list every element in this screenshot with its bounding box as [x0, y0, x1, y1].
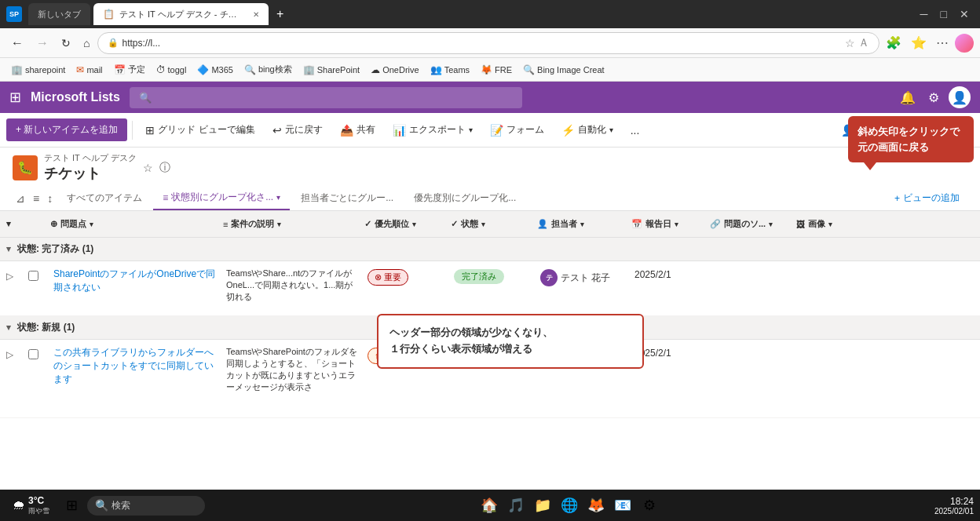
- reload-button[interactable]: ↻: [57, 34, 75, 53]
- bookmark-label-toggl: toggl: [168, 65, 187, 75]
- bookmark-onedrive[interactable]: ☁ OneDrive: [366, 63, 423, 77]
- row-expand-icon-2[interactable]: ▷: [6, 349, 13, 360]
- bookmark-sharepoint[interactable]: 🏢 sharepoint: [6, 63, 70, 77]
- col-assignee-header[interactable]: 👤 担当者 ▾: [537, 218, 631, 230]
- browser-tab-inactive[interactable]: 新しいタブ: [28, 3, 90, 25]
- col-status-header[interactable]: ✓ 状態 ▾: [451, 218, 537, 230]
- group-header-complete[interactable]: ▾ 状態: 完了済み (1): [0, 238, 980, 261]
- browser-tab-active[interactable]: 📋 テスト IT ヘルプ デスク - チケット ✕: [93, 3, 269, 25]
- bookmark-yotei[interactable]: 📅 予定: [109, 62, 150, 77]
- maximize-icon[interactable]: □: [936, 5, 952, 24]
- url-reader-icon[interactable]: Ａ: [858, 36, 869, 50]
- bookmark-bing-image[interactable]: 🔍 Bing Image Creat: [518, 63, 609, 77]
- bookmark-label-sp2: SharePoint: [317, 65, 360, 75]
- automate-button[interactable]: ⚡ 自動化 ▾: [554, 118, 621, 141]
- taskbar-search-container[interactable]: 🔍 検索: [87, 496, 205, 516]
- taskbar-app-icon-5[interactable]: 🦊: [585, 494, 607, 516]
- taskbar-start[interactable]: ⊞: [59, 493, 84, 518]
- filter2-icon[interactable]: ≡: [30, 189, 42, 208]
- row-checkbox[interactable]: [28, 271, 38, 281]
- export-button[interactable]: 📊 エクスポート ▾: [385, 118, 481, 141]
- header-settings-icon[interactable]: ⚙: [925, 87, 942, 108]
- forward-button[interactable]: →: [31, 33, 53, 53]
- m365-bookmark-icon: 🔷: [197, 64, 209, 75]
- callout-2-text: ヘッダー部分の領域が少なくなり、１行分くらい表示領域が増える: [389, 326, 553, 355]
- filter-icon[interactable]: ⊿: [13, 189, 28, 208]
- bookmark-label-m365: M365: [211, 65, 233, 75]
- windows-icon: ⊞: [66, 497, 78, 514]
- profile-avatar[interactable]: [955, 34, 974, 53]
- add-item-button[interactable]: + 新しいアイテムを追加: [6, 118, 127, 141]
- close-icon[interactable]: ✕: [955, 5, 974, 24]
- grid-edit-button[interactable]: ⊞ グリッド ビューで編集: [137, 118, 262, 141]
- bookmark-mail[interactable]: ✉ mail: [71, 63, 107, 77]
- bookmark-sharepoint2[interactable]: 🏢 SharePoint: [298, 63, 364, 77]
- group-name-complete: 状態: 完了済み (1): [17, 242, 93, 256]
- list-star-icon[interactable]: ☆: [143, 162, 153, 174]
- col-image-header[interactable]: 🖼 画像 ▾: [796, 218, 859, 230]
- export-chevron-icon: ▾: [469, 126, 473, 134]
- filter3-icon[interactable]: ↕: [44, 189, 56, 208]
- home-button[interactable]: ⌂: [79, 34, 94, 53]
- taskbar-app-icon-3[interactable]: 📁: [532, 494, 554, 516]
- group-toggle-complete[interactable]: ▾: [6, 244, 11, 254]
- url-star-icon[interactable]: ☆: [845, 37, 855, 49]
- group-toggle-new[interactable]: ▾: [6, 322, 11, 333]
- taskbar-app-icon-4[interactable]: 🌐: [558, 494, 580, 516]
- bookmark-m365[interactable]: 🔷 M365: [192, 63, 238, 77]
- bookmark-toggl[interactable]: ⏱ toggl: [152, 63, 192, 77]
- extensions-icon[interactable]: 🧩: [883, 32, 905, 53]
- bookmark-bing-search[interactable]: 🔍 bing検索: [240, 62, 297, 77]
- tab-all-items[interactable]: すべてのアイテム: [57, 187, 152, 209]
- bookmark-label-bing-img: Bing Image Creat: [537, 65, 605, 75]
- bookmark-teams[interactable]: 👥 Teams: [426, 63, 474, 77]
- undo-icon: ↩: [272, 124, 282, 137]
- app-search-bar[interactable]: 🔍: [130, 87, 522, 108]
- more-button[interactable]: ...: [623, 119, 648, 141]
- bookmark-fre[interactable]: 🦊 FRE: [476, 63, 517, 77]
- row-title-1[interactable]: SharePointのファイルがOneDriveで同期されない: [53, 268, 215, 293]
- waffle-icon[interactable]: ⊞: [9, 89, 21, 106]
- weather-icon: 🌧: [13, 498, 25, 512]
- col-title-header[interactable]: ⊕ 問題点 ▾: [50, 218, 223, 230]
- tab-close-icon[interactable]: ✕: [253, 10, 259, 19]
- col-issue-header[interactable]: 🔗 問題のソ... ▾: [710, 218, 796, 230]
- row-checkbox-2[interactable]: [28, 349, 38, 359]
- form-button[interactable]: 📝 フォーム: [482, 118, 552, 141]
- col-priority-header[interactable]: ✓ 優先順位 ▾: [364, 218, 451, 230]
- group-status-icon: ≡: [163, 192, 168, 203]
- status-col-chevron: ▾: [481, 220, 485, 228]
- col-date-header[interactable]: 📅 報告日 ▾: [631, 218, 710, 230]
- tab-group-assignee[interactable]: 担当者ごとにグルー...: [291, 187, 403, 209]
- table-row[interactable]: ▷ SharePointのファイルがOneDriveで同期されない Teams\…: [0, 261, 980, 316]
- row-expand-icon[interactable]: ▷: [6, 271, 13, 282]
- share-label: 共有: [357, 123, 375, 137]
- more-tools-icon[interactable]: ⋯: [933, 32, 952, 53]
- header-notification-icon[interactable]: 🔔: [897, 87, 919, 108]
- list-info-icon[interactable]: ⓘ: [159, 161, 170, 175]
- new-tab-button[interactable]: +: [272, 7, 288, 21]
- sp-favicon: SP: [6, 6, 22, 22]
- taskbar-app-icon-2[interactable]: 🎵: [505, 494, 527, 516]
- automate-icon: ⚡: [561, 124, 575, 137]
- share-button[interactable]: 📤 共有: [332, 118, 383, 141]
- header-profile-avatar[interactable]: 👤: [949, 86, 971, 108]
- issue-col-icon: 🔗: [710, 219, 721, 229]
- automate-chevron-icon: ▾: [609, 126, 613, 134]
- taskbar-app-icon-6[interactable]: 📧: [612, 494, 634, 516]
- col-desc-header[interactable]: ≡ 案件の説明 ▾: [223, 218, 364, 230]
- taskbar-app-icon-7[interactable]: ⚙: [638, 494, 660, 516]
- taskbar-weather[interactable]: 🌧 3°C 雨や雪: [6, 492, 56, 519]
- tab-group-priority[interactable]: 優先度別にグループ化...: [404, 187, 525, 209]
- tab-group-status[interactable]: ≡ 状態別にグループ化さ... ▾: [153, 186, 290, 210]
- taskbar-app-icon-1[interactable]: 🏠: [478, 494, 500, 516]
- favorites-icon[interactable]: ⭐: [908, 32, 930, 53]
- priority-col-chevron: ▾: [412, 220, 416, 228]
- undo-button[interactable]: ↩ 元に戻す: [265, 118, 331, 141]
- back-button[interactable]: ←: [6, 33, 28, 53]
- row-title-2[interactable]: この共有ライブラリからフォルダーへのショートカットをすでに同期しています: [53, 347, 214, 384]
- minimize-icon[interactable]: ─: [916, 5, 933, 24]
- add-view-button[interactable]: + ビューの追加: [887, 187, 967, 209]
- url-input-container[interactable]: 🔒 https://l... ☆ Ａ: [97, 32, 879, 54]
- address-bar: ← → ↻ ⌂ 🔒 https://l... ☆ Ａ 🧩 ⭐ ⋯: [0, 28, 980, 58]
